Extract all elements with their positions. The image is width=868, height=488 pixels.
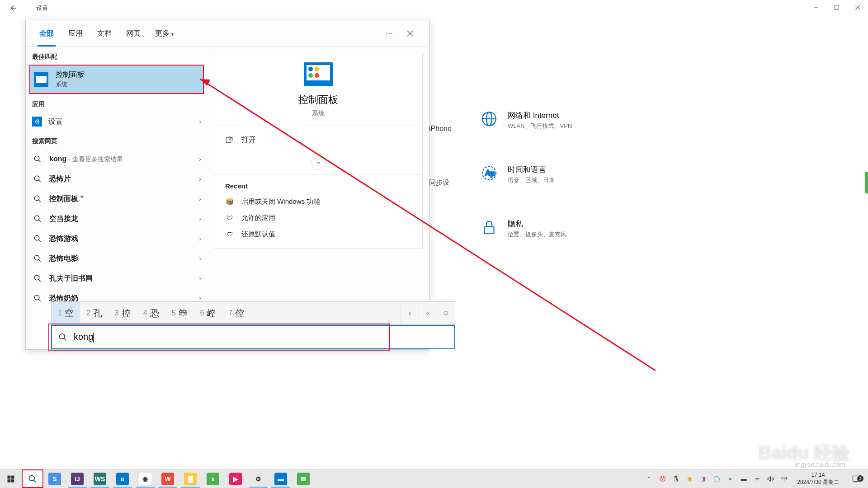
taskbar-app-control-panel[interactable]: ▬: [269, 469, 292, 488]
tab-apps[interactable]: 应用: [61, 20, 90, 47]
recent-item[interactable]: 🛡还原默认值: [221, 226, 416, 242]
taskbar-app-webstorm[interactable]: WS: [89, 469, 111, 488]
taskbar-app-sogou[interactable]: S: [43, 469, 66, 488]
result-app-settings[interactable]: ⚙ 设置 ›: [26, 112, 208, 131]
back-icon[interactable]: [9, 4, 18, 13]
tray-wifi-icon[interactable]: [753, 474, 762, 483]
ime-candidate[interactable]: 5箜: [165, 302, 194, 324]
web-result-item[interactable]: 空当接龙›: [26, 209, 208, 229]
category-network[interactable]: 网络和 Internet WLAN、飞行模式、VPN: [481, 110, 572, 130]
preview-open-action[interactable]: 打开: [221, 126, 416, 154]
category-time-language[interactable]: A字 时间和语言 语音、区域、日期: [481, 164, 555, 184]
ime-candidate[interactable]: 4恐: [137, 302, 165, 324]
taskbar-app-settings[interactable]: ⚙: [247, 469, 269, 488]
svg-point-23: [34, 255, 39, 260]
taskbar-app-wechat[interactable]: ✉: [292, 469, 315, 488]
ime-candidate-bar: 1空2孔3控4恐5箜6崆7倥 ‹ › ☺: [51, 301, 455, 325]
apps-header: 应用: [26, 94, 208, 112]
ime-next-button[interactable]: ›: [419, 302, 437, 324]
svg-rect-1: [835, 5, 839, 9]
ime-candidate[interactable]: 2孔: [80, 302, 108, 324]
gear-icon: ⚙: [32, 117, 42, 127]
tab-all[interactable]: 全部: [32, 20, 61, 47]
recent-item-icon: 🛡: [225, 230, 234, 239]
taskbar-app-intellij[interactable]: IJ: [66, 469, 89, 488]
svg-point-21: [34, 235, 39, 240]
tray-qq-icon[interactable]: 🐧: [671, 474, 680, 483]
taskbar-app-app-green[interactable]: ●: [202, 469, 224, 488]
control-panel-icon: [34, 72, 48, 87]
taskbar-search-button[interactable]: [22, 469, 43, 488]
search-input-value: kong: [74, 332, 94, 343]
maximize-button[interactable]: [826, 0, 847, 14]
notification-button[interactable]: 3: [847, 474, 865, 483]
tab-documents[interactable]: 文档: [90, 20, 119, 47]
taskbar-clock[interactable]: 17:14 2024/7/30 星期二: [793, 472, 843, 486]
taskbar-app-explorer[interactable]: ▇: [179, 469, 202, 488]
language-icon: A字: [481, 164, 498, 182]
tray-app4-icon[interactable]: ◯: [712, 474, 721, 483]
search-icon: [32, 273, 43, 284]
app-green-icon: ●: [207, 473, 219, 485]
web-header: 搜索网页: [26, 131, 208, 149]
search-icon: [32, 213, 43, 224]
ime-candidate[interactable]: 3控: [108, 302, 137, 324]
web-result-item[interactable]: 控制面板 ''›: [26, 189, 208, 209]
control-panel-icon: ▬: [274, 473, 287, 485]
ime-candidate[interactable]: 1空: [52, 302, 80, 324]
ime-prev-button[interactable]: ‹: [401, 302, 419, 324]
search-input-box[interactable]: kong: [51, 325, 455, 349]
taskbar-app-chrome[interactable]: ◉: [134, 469, 156, 488]
tray-app2-icon[interactable]: ◉: [685, 474, 694, 483]
recent-header: Recent: [221, 175, 416, 193]
search-icon: [32, 193, 43, 204]
settings-title: 设置: [36, 4, 48, 12]
globe-icon: [481, 110, 498, 127]
start-button[interactable]: [0, 469, 22, 488]
recent-item[interactable]: 📦启用或关闭 Windows 功能: [221, 193, 416, 210]
close-search-icon[interactable]: [406, 30, 414, 37]
ime-candidate[interactable]: 7倥: [222, 302, 250, 324]
control-panel-large-icon: [304, 62, 333, 86]
tray-volume-icon[interactable]: [766, 474, 775, 483]
category-privacy[interactable]: 隐私 位置、摄像头、麦克风: [481, 219, 566, 239]
web-result-item[interactable]: 恐怖电影›: [26, 249, 208, 268]
web-result-item[interactable]: 恐怖游戏›: [26, 229, 208, 249]
more-options-icon[interactable]: ⋯: [386, 29, 393, 38]
svg-rect-37: [11, 479, 14, 482]
svg-rect-10: [485, 227, 494, 234]
best-match-item[interactable]: 控制面板 系统: [29, 65, 204, 94]
taskbar-app-edge[interactable]: e: [111, 469, 134, 488]
web-result-item[interactable]: kong - 查看更多搜索结果›: [26, 149, 208, 169]
taskbar-app-wps[interactable]: W: [156, 469, 179, 488]
minimize-button[interactable]: [806, 0, 826, 14]
chevron-right-icon: ›: [199, 155, 201, 163]
open-icon: [225, 136, 233, 144]
tray-ime-indicator[interactable]: 中: [780, 474, 789, 483]
web-result-item[interactable]: 孔夫子旧书网›: [26, 268, 208, 288]
ime-candidate[interactable]: 6崆: [194, 302, 222, 324]
tray-app-icon[interactable]: Ⓥ: [658, 474, 667, 483]
web-result-item[interactable]: 恐怖片›: [26, 169, 208, 189]
sogou-icon: S: [48, 473, 61, 485]
tray-chevron-up-icon[interactable]: ⌃: [644, 474, 653, 483]
tab-more[interactable]: 更多▾: [148, 20, 181, 47]
recent-item[interactable]: 🛡允许的应用: [221, 210, 416, 226]
category-title: 网络和 Internet: [508, 110, 572, 121]
svg-line-18: [38, 200, 41, 202]
svg-line-31: [64, 338, 66, 341]
tray-wechat-icon[interactable]: ●: [726, 474, 735, 483]
taskbar-app-app-pink[interactable]: ▶: [224, 469, 247, 488]
chevron-right-icon: ›: [199, 215, 201, 222]
chevron-right-icon: ›: [199, 195, 201, 202]
tab-web[interactable]: 网页: [119, 20, 148, 47]
ime-emoji-button[interactable]: ☺: [437, 302, 455, 324]
chevron-right-icon: ›: [199, 275, 201, 282]
search-icon: [32, 174, 43, 184]
wechat-icon: ✉: [297, 473, 310, 485]
tray-battery-icon[interactable]: ▬: [739, 474, 748, 483]
expand-button[interactable]: [311, 155, 326, 170]
close-button[interactable]: [847, 0, 868, 14]
tray-app3-icon[interactable]: ◨: [698, 474, 708, 483]
chrome-icon: ◉: [139, 473, 151, 485]
